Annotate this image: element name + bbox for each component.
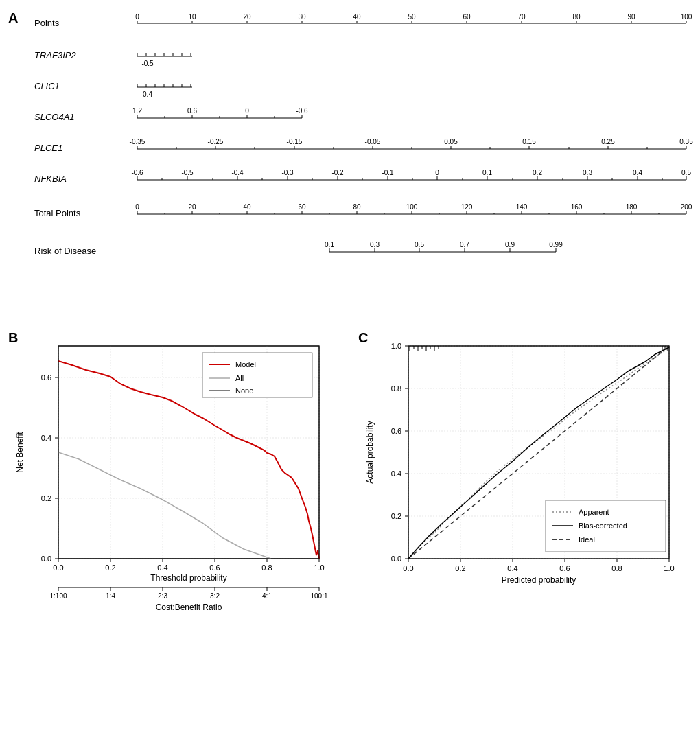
svg-text:100:1: 100:1 [310, 592, 327, 600]
svg-text:120: 120 [461, 203, 473, 211]
svg-text:0.6: 0.6 [391, 427, 401, 435]
svg-text:-0.5: -0.5 [141, 60, 154, 67]
svg-text:40: 40 [243, 203, 251, 211]
b-y-label: Net Benefit [15, 432, 25, 473]
svg-text:Ideal: Ideal [579, 535, 595, 544]
svg-text:30: 30 [298, 14, 306, 21]
svg-text:0.4: 0.4 [157, 563, 167, 572]
svg-text:0.2: 0.2 [41, 494, 51, 502]
c-y-ticks: 0.0 0.2 0.4 0.6 0.8 1.0 [391, 342, 408, 563]
bottom-panels: B [7, 329, 693, 627]
svg-text:0.6: 0.6 [559, 564, 570, 572]
svg-text:0: 0 [135, 203, 139, 211]
traf3ip2-label: TRAF3IP2 [34, 50, 76, 60]
svg-text:Apparent: Apparent [579, 508, 609, 516]
svg-text:80: 80 [572, 14, 581, 21]
nomogram-svg: Points 0 10 20 30 40 50 60 70 80 90 1 [34, 14, 700, 309]
c-x-label: Predicted probability [502, 575, 576, 585]
svg-text:10: 10 [188, 14, 196, 21]
svg-text:0.8: 0.8 [611, 564, 622, 572]
svg-text:90: 90 [627, 14, 635, 21]
svg-text:0.2: 0.2 [533, 169, 542, 176]
b-x2-ticks: 1:100 1:4 2:3 3:2 4:1 100:1 [49, 587, 327, 600]
traf3ip2-ticks: -0.5 [137, 53, 191, 67]
svg-text:-0.1: -0.1 [382, 169, 394, 176]
svg-text:0.15: 0.15 [522, 138, 536, 146]
plce1-label: PLCE1 [34, 143, 62, 153]
svg-text:-0.3: -0.3 [281, 169, 294, 176]
nfkbia-label: NFKBIA [34, 174, 67, 184]
svg-text:0.0: 0.0 [41, 555, 51, 563]
svg-text:140: 140 [516, 203, 528, 211]
svg-text:0.1: 0.1 [325, 241, 334, 248]
panel-a-label: A [8, 10, 18, 26]
svg-text:0.8: 0.8 [261, 563, 272, 572]
b-x-label: Threshold probability [150, 573, 226, 583]
c-x-ticks: 0.0 0.2 0.4 0.6 0.8 1.0 [403, 559, 674, 572]
svg-text:20: 20 [243, 14, 251, 21]
panel-b: B [7, 329, 350, 627]
svg-text:0.2: 0.2 [105, 563, 115, 572]
svg-text:Model: Model [235, 360, 256, 369]
svg-text:-0.6: -0.6 [296, 107, 308, 115]
svg-text:0.0: 0.0 [53, 563, 63, 572]
svg-text:180: 180 [626, 203, 638, 211]
svg-text:0: 0 [435, 169, 439, 176]
clic1-label: CLIC1 [34, 81, 60, 91]
clic1-ticks: 0.4 [137, 84, 191, 98]
plce1-ticks: -0.35 -0.25 -0.15 -0.05 0.05 0.15 0.25 0… [130, 138, 694, 149]
svg-text:0.9: 0.9 [505, 241, 515, 248]
svg-text:0.35: 0.35 [679, 138, 693, 146]
svg-text:0.4: 0.4 [507, 564, 517, 572]
b-y-ticks: 0.0 0.2 0.4 0.6 [41, 373, 58, 563]
panel-c: C [357, 329, 700, 627]
svg-text:4:1: 4:1 [262, 592, 272, 600]
svg-text:0.6: 0.6 [41, 373, 51, 382]
b-x-ticks: 0.0 0.2 0.4 0.6 0.8 1.0 [53, 559, 324, 572]
svg-text:-0.05: -0.05 [365, 138, 381, 146]
svg-text:0.4: 0.4 [41, 434, 51, 442]
svg-text:0.99: 0.99 [549, 241, 563, 248]
svg-text:-0.25: -0.25 [208, 138, 224, 146]
svg-text:-0.35: -0.35 [130, 138, 145, 146]
slco4a1-ticks: 1.2 0.6 0 -0.6 [132, 107, 308, 118]
svg-text:0.4: 0.4 [143, 91, 152, 98]
svg-text:0.2: 0.2 [455, 564, 465, 572]
svg-text:1:4: 1:4 [106, 592, 115, 600]
panel-c-label: C [358, 330, 368, 346]
points-ticks: 0 10 20 30 40 50 60 70 80 90 100 [135, 14, 692, 23]
svg-text:0.5: 0.5 [681, 169, 691, 176]
svg-text:1.0: 1.0 [391, 342, 401, 350]
total-points-ticks: 0 20 40 60 80 100 120 140 160 180 200 [135, 203, 692, 214]
svg-text:0: 0 [245, 107, 249, 115]
svg-text:3:2: 3:2 [210, 592, 220, 600]
svg-text:-0.2: -0.2 [331, 169, 344, 176]
panel-c-chart: 0.0 0.2 0.4 0.6 0.8 1.0 0.0 0.2 0.4 [360, 332, 697, 620]
svg-text:-0.5: -0.5 [181, 169, 194, 176]
svg-text:1.0: 1.0 [664, 564, 674, 572]
svg-text:50: 50 [408, 14, 416, 21]
svg-text:0.8: 0.8 [391, 384, 401, 393]
svg-text:0.6: 0.6 [209, 563, 220, 572]
svg-text:0.0: 0.0 [403, 564, 413, 572]
svg-text:160: 160 [571, 203, 583, 211]
total-points-label: Total Points [34, 208, 81, 218]
svg-text:All: All [235, 374, 244, 382]
svg-text:2:3: 2:3 [158, 592, 167, 600]
svg-text:Bias-corrected: Bias-corrected [579, 522, 627, 530]
svg-text:70: 70 [517, 14, 526, 21]
svg-text:80: 80 [353, 203, 361, 211]
svg-text:100: 100 [406, 203, 418, 211]
svg-text:0.1: 0.1 [482, 169, 492, 176]
nfkbia-ticks: -0.6 -0.5 -0.4 -0.3 -0.2 -0.1 0 0.1 0.2 … [131, 169, 691, 180]
svg-text:-0.4: -0.4 [231, 169, 244, 176]
svg-text:40: 40 [353, 14, 361, 21]
risk-ticks: 0.1 0.3 0.5 0.7 0.9 0.99 [325, 241, 563, 252]
svg-text:-0.15: -0.15 [287, 138, 303, 146]
svg-text:200: 200 [681, 203, 692, 211]
svg-text:100: 100 [681, 14, 692, 21]
risk-label: Risk of Disease [34, 246, 96, 256]
panel-a: A Points 0 10 20 30 40 50 60 70 80 [7, 7, 693, 325]
svg-text:1.2: 1.2 [132, 107, 142, 115]
svg-text:1.0: 1.0 [314, 563, 324, 572]
